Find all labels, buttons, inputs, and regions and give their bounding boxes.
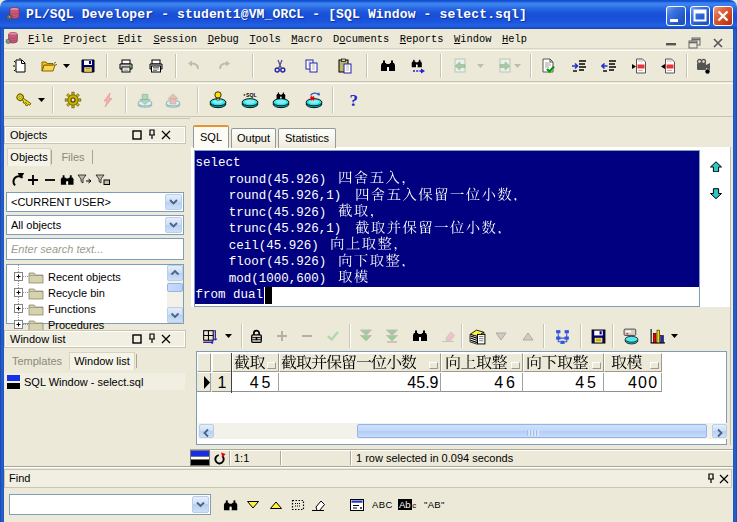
svg-text:?: ? [349,91,357,109]
svg-text:SQL: SQL [246,92,257,98]
